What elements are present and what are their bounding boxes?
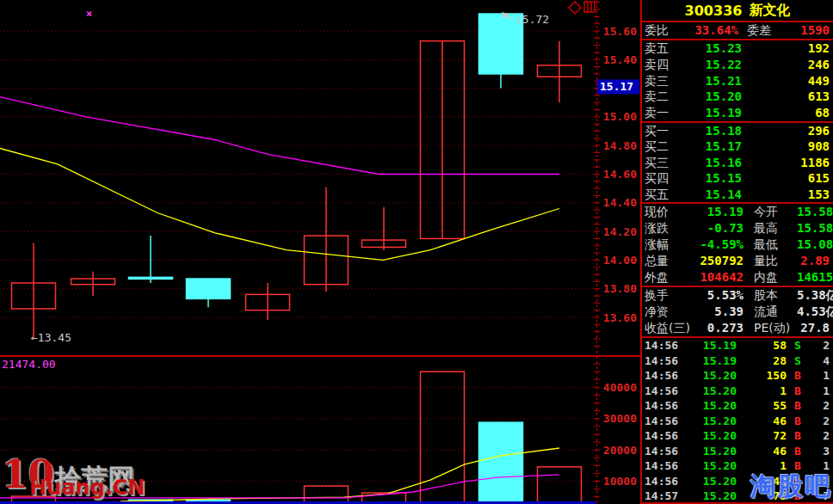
svg-text:×: × (86, 8, 92, 20)
weibi-value: 33.64% (683, 22, 738, 39)
sell-level-row[interactable]: 卖四 15.22 246 (642, 57, 833, 73)
detail-row: 现价 15.19 今开 15.58 (642, 204, 833, 220)
grid-icon[interactable] (584, 2, 595, 12)
svg-text:←13.45: ←13.45 (31, 331, 71, 344)
candle-body (187, 279, 231, 298)
svg-text:13.80: 13.80 (603, 282, 637, 295)
svg-text:15.17: 15.17 (600, 80, 633, 93)
quote-details: 现价 15.19 今开 15.58 涨跌 -0.73 最高 15.58 涨幅 -… (642, 204, 833, 287)
buy-level-row[interactable]: 买三 15.16 1186 (642, 155, 833, 170)
svg-text:15.72: 15.72 (515, 13, 549, 26)
buy-levels: 买一 15.18 296 买二 15.17 908 买三 15.16 1186 … (642, 123, 833, 204)
stock-name: 新文化 (749, 2, 790, 20)
svg-text:14.40: 14.40 (603, 196, 637, 209)
sell-level-row[interactable]: 卖一 15.19 68 (642, 105, 833, 121)
svg-text:30000: 30000 (603, 412, 637, 425)
detail-row: 总量 250792 量比 2.89 (642, 253, 833, 269)
volume-bar (538, 467, 582, 504)
svg-text:21474.00: 21474.00 (2, 358, 56, 371)
sell-level-row[interactable]: 卖三 15.21 449 (642, 73, 833, 89)
volume-bar (479, 422, 523, 504)
svg-text:15.00: 15.00 (603, 110, 637, 123)
fundamental-row: 换手 5.53% 股本 5.38亿 (642, 287, 833, 304)
detail-row: 涨幅 -4.59% 最低 15.08 (642, 237, 833, 253)
sell-level-row[interactable]: 卖二 15.20 613 (642, 89, 833, 105)
candle-body (129, 277, 173, 279)
svg-text:15.40: 15.40 (603, 53, 637, 66)
tick-row: 14:56 15.20 46 B 2 (642, 414, 833, 429)
tick-row: 14:56 15.20 72 B 2 (642, 428, 833, 444)
buy-level-row[interactable]: 买五 15.14 153 (642, 187, 833, 202)
order-imbalance-row: 委比 33.64% 委差 1590 (642, 22, 833, 40)
fundamental-row: 收益(三) 0.273 PE(动) 27.8 (642, 320, 833, 336)
stock-terminal-window: 15.6015.4015.0014.8014.6014.4014.2014.00… (0, 0, 833, 504)
detail-row: 涨跌 -0.73 最高 15.58 (642, 220, 833, 237)
tick-row: 14:56 15.20 55 B 2 (642, 398, 833, 414)
logo-site-url: Huang.CN (29, 476, 145, 500)
svg-text:20000: 20000 (603, 444, 637, 457)
quote-panel: 300336 新文化 委比 33.64% 委差 1590 卖五 15.23 19… (640, 0, 833, 504)
volume-bar (421, 372, 465, 504)
fundamentals: 换手 5.53% 股本 5.38亿 净资 5.39 流通 4.53亿 收益(三)… (642, 287, 833, 338)
buy-level-row[interactable]: 买四 15.15 615 (642, 170, 833, 186)
buy-level-row[interactable]: 买二 15.17 908 (642, 138, 833, 154)
tick-row: 14:56 15.19 58 S 2 (642, 338, 833, 353)
tick-row: 14:56 15.20 1 B 1 (642, 384, 833, 399)
svg-text:13.60: 13.60 (603, 311, 637, 324)
svg-text:14.80: 14.80 (603, 139, 637, 152)
weicha-value: 1590 (788, 22, 833, 39)
tick-row: 14:56 15.20 150 B 1 (642, 368, 833, 384)
weicha-label: 委差 (738, 22, 788, 39)
sell-levels: 卖五 15.23 192 卖四 15.22 246 卖三 15.21 449 卖… (642, 40, 833, 123)
detail-row: 外盘 104642 内盘 146150 (642, 269, 833, 286)
fundamental-row: 净资 5.39 流通 4.53亿 (642, 304, 833, 320)
diamond-icon[interactable] (569, 2, 581, 14)
price-ma-line (0, 149, 559, 261)
stock-code: 300336 (685, 3, 743, 19)
weibi-label: 委比 (642, 22, 683, 39)
tick-row: 14:56 15.20 46 B 3 (642, 444, 833, 459)
svg-text:10000: 10000 (603, 475, 637, 488)
svg-text:14.20: 14.20 (603, 225, 637, 238)
volume-bar (305, 486, 349, 504)
stock-title[interactable]: 300336 新文化 (642, 0, 833, 22)
candlestick-volume-chart[interactable]: 15.6015.4015.0014.8014.6014.4014.2014.00… (0, 0, 641, 504)
svg-text:15.60: 15.60 (603, 25, 637, 38)
price-ma-line (0, 97, 559, 175)
watermark-text: 淘股吧 (750, 470, 833, 504)
tick-row: 14:56 15.19 28 S 4 (642, 353, 833, 369)
buy-level-row[interactable]: 买一 15.18 296 (642, 123, 833, 138)
sell-level-row[interactable]: 卖五 15.23 192 (642, 40, 833, 57)
svg-text:40000: 40000 (603, 381, 637, 394)
svg-text:14.00: 14.00 (603, 254, 637, 267)
site-logo: 10拾荒网 Huang.CN (2, 452, 134, 497)
svg-text:14.60: 14.60 (603, 168, 637, 181)
